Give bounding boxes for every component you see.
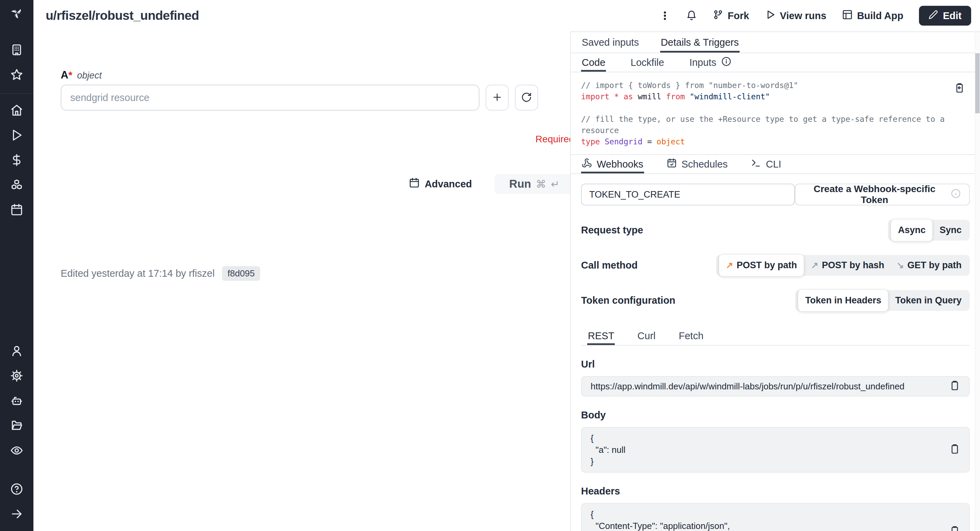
run-form-area: A*object Required Advanced Run ⌘ ↵ Edi [33,31,570,531]
star-icon[interactable] [9,67,24,82]
windmill-app: u/rfiszel/robust_undefined Fork View run… [0,0,980,531]
building-icon[interactable] [9,42,24,57]
call-method-get-by-path[interactable]: ↘ GET by path [890,257,968,274]
refresh-icon [521,92,532,104]
call-method-row: Call method ↗ POST by path ↗ POST by has… [581,255,970,276]
windmill-logo[interactable] [9,5,24,21]
argument-label: A*object [61,69,102,81]
token-config-label: Token configuration [581,295,676,306]
tab-schedules[interactable]: Schedules [666,155,729,173]
copy-headers-button[interactable] [949,526,960,531]
webhook-icon [582,158,592,171]
tab-webhooks[interactable]: Webhooks [581,155,644,173]
body-label: Body [581,410,970,421]
request-type-label: Request type [581,225,643,236]
view-runs-button[interactable]: View runs [765,9,826,22]
arrow-up-right-icon: ↗ [726,260,733,271]
call-method-post-by-hash[interactable]: ↗ POST by hash [805,257,890,274]
pencil-icon [929,10,938,22]
home-icon[interactable] [9,103,24,118]
calendar-icon[interactable] [9,203,24,217]
resource-input[interactable] [61,85,479,110]
detail-tabbar: Code Lockfile Inputs [571,53,980,72]
eye-icon[interactable] [9,443,24,458]
tab-details-triggers[interactable]: Details & Triggers [660,32,740,53]
header-actions: Fork View runs Build App Edit [659,6,980,26]
tab-lockfile[interactable]: Lockfile [630,53,665,72]
details-panel: Saved inputs Details & Triggers Code Loc… [570,31,980,531]
bell-icon[interactable] [686,10,697,21]
copy-url-button[interactable] [949,380,960,392]
enter-key-icon: ↵ [551,178,560,190]
token-config-toggle: Token in Headers Token in Query [795,290,970,311]
robot-icon[interactable] [9,393,24,408]
url-label: Url [581,359,970,370]
edit-button[interactable]: Edit [919,6,971,26]
call-method-label: Call method [581,260,638,271]
clipboard-copy-icon [954,89,965,94]
run-button[interactable]: Run ⌘ ↵ [495,174,574,194]
call-method-toggle: ↗ POST by path ↗ POST by hash ↘ GET by p… [716,255,970,276]
top-header: u/rfiszel/robust_undefined Fork View run… [33,0,980,31]
tab-rest[interactable]: REST [587,327,615,345]
argument-name: A [61,69,68,81]
kebab-menu-button[interactable] [659,10,670,21]
code-comment-2: // fill the type, or use the +Resource t… [581,115,949,135]
webhooks-content: Create a Webhook-specific Token Request … [571,174,980,531]
calendar-check-icon [667,158,677,171]
panel-tabbar: Saved inputs Details & Triggers [571,32,980,53]
scrollbar-thumb[interactable] [975,53,980,113]
dollar-icon[interactable] [9,153,24,167]
play-icon[interactable] [9,128,24,143]
panel-scrollbar[interactable] [975,32,980,531]
copy-code-button[interactable] [954,83,965,95]
sidebar-divider [0,94,33,94]
call-method-post-by-path[interactable]: ↗ POST by path [719,254,804,276]
terminal-icon [751,158,761,171]
clipboard-icon [949,386,960,392]
tab-inputs[interactable]: Inputs [689,53,732,72]
token-in-query[interactable]: Token in Query [889,292,968,309]
folder-icon[interactable] [9,418,24,433]
build-app-button[interactable]: Build App [842,9,903,22]
plus-icon [492,92,503,104]
required-star: * [68,69,72,81]
help-icon[interactable] [9,482,24,496]
argument-input-row [61,85,538,110]
calendar-icon [409,177,420,191]
fork-button[interactable]: Fork [713,9,749,22]
user-icon[interactable] [9,343,24,358]
version-badge[interactable]: f8d095 [222,266,260,281]
copy-body-button[interactable] [949,443,960,456]
gear-icon[interactable] [9,368,24,383]
arrow-down-right-icon: ↘ [896,260,904,271]
arrow-up-right-icon: ↗ [811,260,818,271]
url-value: https://app.windmill.dev/api/w/windmill-… [590,381,905,392]
tab-fetch[interactable]: Fetch [678,327,705,345]
play-outline-icon [765,9,776,22]
request-type-toggle: Async Sync [888,220,970,241]
code-content: // import { toWords } from "number-to-wo… [581,80,966,147]
request-type-row: Request type Async Sync [581,220,970,241]
advanced-button[interactable]: Advanced [409,177,472,191]
tab-saved-inputs[interactable]: Saved inputs [581,32,640,53]
token-input[interactable] [581,183,795,206]
create-webhook-token-button[interactable]: Create a Webhook-specific Token [795,183,970,206]
cmd-key-icon: ⌘ [536,178,546,190]
arrow-right-icon[interactable] [9,506,24,521]
tab-curl[interactable]: Curl [636,327,656,345]
refresh-button[interactable] [515,85,538,110]
tab-cli[interactable]: CLI [750,155,782,173]
triggers-tabbar: Webhooks Schedules CLI [571,154,980,174]
headers-box: { "Content-Type": "application/json", "A… [581,503,970,531]
request-type-sync[interactable]: Sync [933,222,968,239]
tab-code[interactable]: Code [581,53,606,72]
token-config-row: Token configuration Token in Headers Tok… [581,290,970,311]
add-resource-button[interactable] [485,85,509,110]
edited-row: Edited yesterday at 17:14 by rfiszel f8d… [61,266,260,281]
boxes-icon[interactable] [9,177,24,193]
token-in-headers[interactable]: Token in Headers [798,289,888,312]
argument-type: object [77,70,102,81]
token-row: Create a Webhook-specific Token [581,183,970,206]
request-type-async[interactable]: Async [891,219,932,241]
